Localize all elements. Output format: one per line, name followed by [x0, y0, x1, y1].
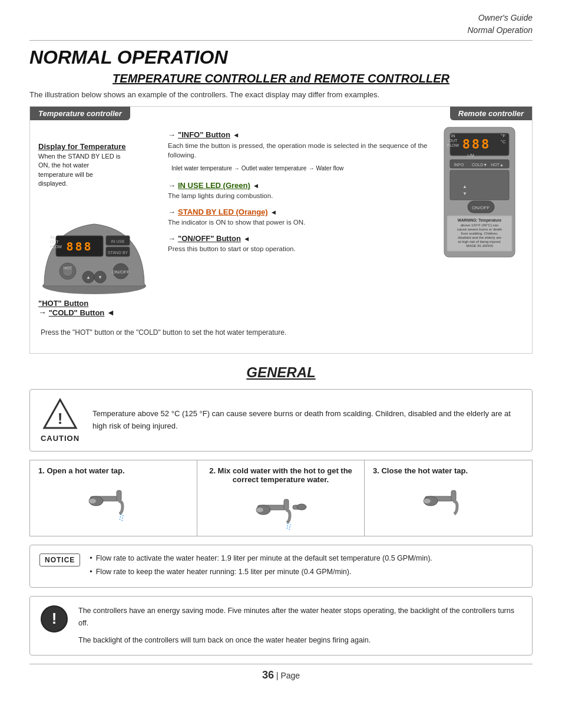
svg-text:FLOW: FLOW — [50, 245, 62, 249]
onoff-button-label: "ON/OFF" Button — [178, 234, 241, 243]
svg-text:▲: ▲ — [462, 184, 467, 189]
flow-water: Water flow — [316, 165, 343, 172]
svg-rect-54 — [284, 499, 289, 510]
info-button-label: "INFO" Button — [178, 130, 230, 139]
svg-text:above 120°F (49°C) can: above 120°F (49°C) can — [461, 223, 499, 227]
standby-led-heading: → STAND BY LED (Orange) ◄ — [168, 207, 435, 216]
display-for-temp-label: Display for Temperature — [38, 142, 162, 151]
svg-rect-48 — [117, 490, 121, 501]
caution-word: CAUTION — [39, 434, 81, 443]
svg-line-58 — [289, 524, 290, 530]
svg-line-57 — [287, 523, 288, 530]
cold-button-label: "COLD" Button — [49, 308, 105, 317]
svg-text:▼: ▼ — [98, 275, 103, 280]
flow-arrow2: → — [308, 165, 314, 172]
page-number: 36 — [262, 669, 274, 681]
svg-text:HOT▲: HOT▲ — [491, 163, 504, 167]
energy-text1: The controllers have an energy saving mo… — [78, 605, 523, 630]
energy-text: The controllers have an energy saving mo… — [78, 605, 523, 647]
svg-text:disabled and the elderly are: disabled and the elderly are — [458, 236, 501, 239]
right-col: 888 °F °C IN OUT FLOW L/M INFO COLD▼ HOT… — [441, 124, 524, 320]
svg-text:IN: IN — [451, 134, 455, 138]
controller-diagram-area: Temperature controller Remote controller… — [29, 106, 533, 354]
svg-text:HOT: HOT — [64, 266, 73, 270]
flow-diagram: Inlet water temperature → Outlet water t… — [168, 163, 435, 174]
sub-title: TEMPERATURE CONTROLLER and REMOTE CONTRO… — [29, 72, 533, 85]
notice-bullet2-row: • Flow rate to keep the water heater run… — [90, 566, 432, 578]
svg-point-56 — [256, 508, 263, 512]
header-line2: Normal Operation — [29, 24, 533, 37]
svg-text:888: 888 — [66, 239, 92, 253]
standby-arrow-back: ◄ — [270, 209, 277, 216]
info-button-desc: Each time the button is pressed, the ope… — [168, 141, 435, 160]
temp-controller-device: 888 IN USE STAND BY HOT ▲ ▼ — [38, 195, 162, 297]
svg-text:COLD▼: COLD▼ — [472, 163, 487, 167]
step2-image — [206, 489, 356, 530]
onoff-button-desc: Press this button to start or stop opera… — [168, 244, 435, 253]
cold-button-area: → "COLD" Button ◄ — [38, 308, 162, 317]
in-use-arrow: → — [168, 181, 176, 190]
flow-inline: Inlet water temperature → Outlet water t… — [171, 165, 432, 172]
header-line1: Owner's Guide — [29, 12, 533, 24]
info-button-heading: → "INFO" Button ◄ — [168, 130, 435, 139]
svg-line-52 — [122, 515, 123, 521]
bullet1-dot: • — [90, 552, 92, 565]
svg-rect-62 — [451, 490, 456, 501]
standby-led-label: STAND BY LED (Orange) — [178, 207, 268, 216]
svg-text:°C: °C — [501, 139, 506, 144]
general-title: GENERAL — [29, 364, 533, 381]
svg-text:▼: ▼ — [462, 191, 467, 196]
onoff-button-annotation: → "ON/OFF" Button ◄ Press this button to… — [168, 234, 435, 253]
caution-triangle-svg: ! — [42, 398, 78, 430]
mid-col: → "INFO" Button ◄ Each time the button i… — [162, 124, 441, 320]
svg-point-60 — [297, 504, 306, 510]
notice-bullet1-text: Flow rate to activate the water heater: … — [96, 552, 432, 565]
svg-point-64 — [424, 499, 431, 503]
svg-text:ON/OFF: ON/OFF — [472, 205, 490, 210]
step1-cell: 1. Open a hot water tap. — [30, 460, 197, 536]
standby-arrow: → — [168, 207, 176, 216]
step1-image — [38, 480, 189, 521]
notice-content: • Flow rate to activate the water heater… — [90, 552, 432, 580]
standby-led-annotation: → STAND BY LED (Orange) ◄ The indicator … — [168, 207, 435, 227]
svg-rect-32 — [450, 170, 509, 200]
svg-text:MADE IN JAPAN: MADE IN JAPAN — [466, 244, 493, 248]
section-title: NORMAL OPERATION — [29, 47, 533, 68]
header-title: Owner's Guide Normal Operation — [29, 12, 533, 37]
svg-text:WARNING: Temperature: WARNING: Temperature — [458, 218, 502, 223]
info-arrow: → — [168, 130, 176, 139]
hot-cold-desc: Press the "HOT" button or the "COLD" but… — [41, 328, 521, 337]
svg-text:▲: ▲ — [86, 275, 91, 280]
page-container: Owner's Guide Normal Operation NORMAL OP… — [0, 0, 562, 728]
step3-image — [373, 480, 524, 521]
flow-outlet: Outlet water temperature — [242, 165, 307, 172]
step1-tap-svg — [84, 480, 143, 521]
step3-cell: 3. Close the hot water tap. — [365, 460, 532, 536]
svg-text:from scalding. Children,: from scalding. Children, — [461, 232, 498, 235]
energy-box: ! The controllers have an energy saving … — [29, 596, 533, 656]
onoff-button-heading: → "ON/OFF" Button ◄ — [168, 234, 435, 243]
hot-button-label: "HOT" Button — [38, 299, 162, 308]
notice-badge: NOTICE — [39, 554, 80, 566]
notice-box: NOTICE • Flow rate to activate the water… — [29, 545, 533, 588]
notice-bullet2-text: Flow rate to keep the water heater runni… — [96, 566, 352, 578]
svg-text:!: ! — [52, 610, 57, 627]
step3-label: 3. Close the hot water tap. — [373, 466, 524, 475]
standby-led-desc: The indicator is ON to show that power i… — [168, 218, 435, 227]
in-use-arrow-back: ◄ — [253, 182, 259, 189]
caution-text: Temperature above 52 °C (125 °F) can cau… — [92, 408, 523, 433]
in-use-led-annotation: → IN USE LED (Green) ◄ The lamp lights d… — [168, 181, 435, 200]
svg-text:L/M: L/M — [467, 153, 474, 157]
caution-box: ! CAUTION Temperature above 52 °C (125 °… — [29, 389, 533, 452]
info-button-annotation: → "INFO" Button ◄ Each time the button i… — [168, 130, 435, 174]
svg-text:OUT: OUT — [50, 240, 59, 244]
svg-text:!: ! — [58, 410, 63, 427]
svg-text:at high risk of being injured.: at high risk of being injured. — [458, 240, 501, 243]
page-word-text: Page — [280, 671, 300, 680]
in-use-led-heading: → IN USE LED (Green) ◄ — [168, 181, 435, 190]
energy-icon: ! — [39, 605, 69, 635]
svg-point-50 — [89, 499, 96, 503]
hot-cold-bottom: Press the "HOT" button or the "COLD" but… — [30, 325, 532, 342]
steps-container: 1. Open a hot water tap. 2. Mix cold wat… — [29, 460, 533, 536]
remote-controller-svg: 888 °F °C IN OUT FLOW L/M INFO COLD▼ HOT… — [441, 124, 518, 260]
